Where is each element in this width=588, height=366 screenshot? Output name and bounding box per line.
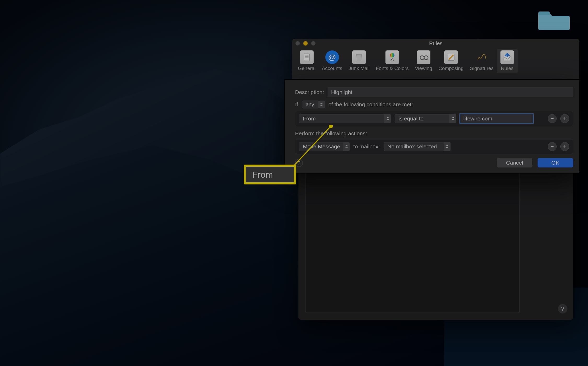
any-all-popup[interactable]: any	[302, 101, 325, 108]
actions-label: Perform the following actions:	[295, 130, 367, 137]
remove-condition-button[interactable]: −	[548, 114, 557, 123]
if-label: If	[295, 101, 298, 108]
action-mailbox-popup[interactable]: No mailbox selected	[384, 142, 451, 151]
viewing-icon	[417, 50, 430, 64]
condition-operator-popup[interactable]: is equal to	[395, 114, 456, 123]
condition-row: From is equal to − ＋	[295, 111, 573, 126]
popup-value: No mailbox selected	[388, 143, 437, 150]
svg-rect-3	[305, 57, 308, 58]
popup-value: any	[306, 102, 314, 108]
description-input[interactable]	[328, 88, 573, 97]
tab-label: Junk Mail	[349, 66, 370, 71]
tab-label: Viewing	[415, 66, 432, 71]
svg-rect-2	[305, 56, 308, 57]
tab-junk-mail[interactable]: Junk Mail	[345, 49, 373, 73]
svg-rect-1	[305, 55, 308, 55]
action-row: Move Message to mailbox: No mailbox sele…	[295, 139, 573, 154]
chevron-updown-icon	[384, 114, 391, 123]
sheet-help-button[interactable]: ?	[295, 159, 303, 167]
conditions-tail-label: of the following conditions are met:	[328, 101, 413, 108]
chevron-updown-icon	[318, 101, 325, 108]
junk-mail-icon	[352, 50, 366, 64]
add-condition-button[interactable]: ＋	[560, 114, 569, 123]
tab-composing[interactable]: Composing	[435, 49, 467, 73]
ok-button[interactable]: OK	[538, 158, 573, 167]
desktop-folder[interactable]	[538, 8, 570, 31]
chevron-updown-icon	[343, 142, 350, 151]
annotation-text: From	[252, 170, 273, 180]
prefs-toolbar: General @ Accounts Junk Mail A Fonts & C…	[292, 48, 579, 73]
fonts-colors-icon: A	[385, 50, 399, 64]
chevron-updown-icon	[449, 114, 456, 123]
svg-point-7	[420, 56, 424, 60]
svg-rect-4	[356, 54, 362, 55]
chevron-updown-icon	[444, 142, 451, 151]
annotation-callout: From	[244, 165, 296, 184]
window-titlebar[interactable]: Rules	[292, 39, 579, 48]
tab-signatures[interactable]: Signatures	[467, 49, 497, 73]
tab-label: Rules	[501, 66, 514, 71]
svg-rect-0	[304, 54, 309, 61]
condition-value-input[interactable]	[460, 114, 533, 123]
popup-value: Move Message	[303, 143, 340, 150]
popup-value: is equal to	[399, 115, 424, 122]
action-type-popup[interactable]: Move Message	[299, 142, 350, 151]
tab-general[interactable]: General	[295, 49, 319, 73]
to-mailbox-label: to mailbox:	[353, 143, 380, 150]
signatures-icon	[475, 50, 488, 64]
cancel-button[interactable]: Cancel	[497, 158, 532, 167]
tab-label: Signatures	[470, 66, 494, 71]
tab-label: General	[298, 66, 316, 71]
remove-action-button[interactable]: −	[548, 142, 557, 151]
tab-fonts-colors[interactable]: A Fonts & Colors	[373, 49, 412, 73]
tab-label: Fonts & Colors	[376, 66, 409, 71]
composing-icon	[444, 50, 458, 64]
description-label: Description:	[295, 89, 324, 95]
add-action-button[interactable]: ＋	[560, 142, 569, 151]
popup-value: From	[303, 115, 316, 122]
tab-viewing[interactable]: Viewing	[412, 49, 435, 73]
condition-field-popup[interactable]: From	[299, 114, 391, 123]
mail-preferences-window: Rules General @ Accounts Junk Mail A	[292, 39, 580, 79]
svg-point-8	[424, 56, 428, 60]
accounts-icon: @	[325, 50, 339, 64]
window-title: Rules	[292, 40, 579, 47]
button-label: OK	[551, 160, 559, 166]
svg-text:A: A	[390, 57, 394, 62]
help-button[interactable]: ?	[558, 304, 567, 313]
tab-accounts[interactable]: @ Accounts	[319, 49, 345, 73]
button-label: Cancel	[506, 160, 523, 166]
rules-icon	[500, 50, 514, 64]
tab-label: Accounts	[322, 66, 342, 71]
tab-label: Composing	[439, 66, 464, 71]
general-icon	[300, 50, 314, 64]
tab-rules[interactable]: Rules	[497, 49, 518, 73]
rule-editor-sheet: Description: If any of the following con…	[284, 79, 580, 173]
